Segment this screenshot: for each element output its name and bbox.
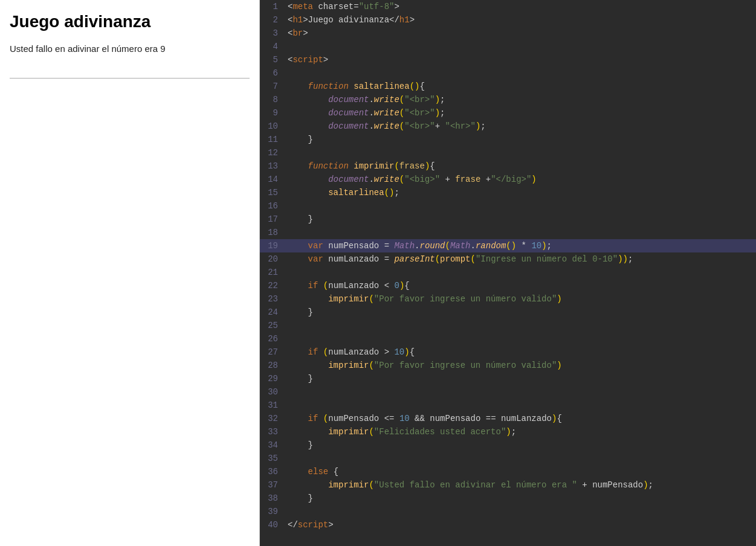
table-row: 18 bbox=[260, 226, 756, 239]
line-content: <meta charset="utf-8"> bbox=[285, 0, 756, 13]
line-number: 28 bbox=[260, 359, 285, 372]
table-row: 8 document.write("<br>"); bbox=[260, 93, 756, 106]
left-panel: Juego adivinanza Usted fallo en adivinar… bbox=[0, 0, 260, 546]
table-row: 14 document.write("<big>" + frase +"</bi… bbox=[260, 173, 756, 186]
line-number: 36 bbox=[260, 465, 285, 478]
line-content bbox=[285, 226, 756, 239]
line-content bbox=[285, 266, 756, 279]
line-number: 32 bbox=[260, 412, 285, 425]
line-number: 14 bbox=[260, 173, 285, 186]
table-row: 23 imprimir("Por favor ingrese un número… bbox=[260, 292, 756, 306]
table-row: 28 imprimir("Por favor ingrese un número… bbox=[260, 359, 756, 372]
line-number: 33 bbox=[260, 425, 285, 438]
table-row: 32 if (numPensado <= 10 && numPensado ==… bbox=[260, 412, 756, 425]
line-number: 20 bbox=[260, 252, 285, 266]
table-row: 38 } bbox=[260, 492, 756, 505]
result-text: Usted fallo en adivinar el número era 9 bbox=[10, 43, 250, 54]
code-editor[interactable]: 1 <meta charset="utf-8"> 2 <h1>Juego adi… bbox=[260, 0, 756, 546]
line-number: 17 bbox=[260, 213, 285, 226]
line-content: <h1>Juego adivinanza</h1> bbox=[285, 13, 756, 27]
line-number: 9 bbox=[260, 106, 285, 120]
table-row: 33 imprimir("Felicidades usted acerto"); bbox=[260, 425, 756, 438]
line-content bbox=[285, 399, 756, 412]
line-number: 2 bbox=[260, 13, 285, 27]
line-number: 6 bbox=[260, 66, 285, 80]
table-row: 26 bbox=[260, 332, 756, 345]
line-content bbox=[285, 40, 756, 53]
line-number: 35 bbox=[260, 452, 285, 465]
table-row: 37 imprimir("Usted fallo en adivinar el … bbox=[260, 478, 756, 492]
line-number: 34 bbox=[260, 438, 285, 452]
line-number: 18 bbox=[260, 226, 285, 239]
page-title: Juego adivinanza bbox=[10, 12, 250, 31]
line-number: 5 bbox=[260, 53, 285, 66]
divider bbox=[10, 78, 250, 79]
line-number: 3 bbox=[260, 27, 285, 40]
table-row: 6 bbox=[260, 66, 756, 80]
table-row: 34 } bbox=[260, 438, 756, 452]
line-content: function saltarlinea(){ bbox=[285, 80, 756, 93]
line-content: saltarlinea(); bbox=[285, 186, 756, 199]
line-content bbox=[285, 199, 756, 213]
table-row: 17 } bbox=[260, 213, 756, 226]
table-row: 13 function imprimir(frase){ bbox=[260, 159, 756, 173]
line-content: imprimir("Por favor ingrese un número va… bbox=[285, 292, 756, 306]
table-row: 40 </script> bbox=[260, 518, 756, 532]
line-number: 31 bbox=[260, 399, 285, 412]
line-content: </script> bbox=[285, 518, 756, 532]
line-number: 11 bbox=[260, 133, 285, 146]
table-row: 36 else { bbox=[260, 465, 756, 478]
table-row: 15 saltarlinea(); bbox=[260, 186, 756, 199]
line-content bbox=[285, 332, 756, 345]
table-row: 30 bbox=[260, 385, 756, 399]
line-content bbox=[285, 452, 756, 465]
line-content bbox=[285, 505, 756, 518]
line-number: 25 bbox=[260, 319, 285, 332]
line-content: imprimir("Por favor ingrese un número va… bbox=[285, 359, 756, 372]
table-row: 25 bbox=[260, 319, 756, 332]
code-table: 1 <meta charset="utf-8"> 2 <h1>Juego adi… bbox=[260, 0, 756, 532]
table-row: 4 bbox=[260, 40, 756, 53]
line-number: 24 bbox=[260, 306, 285, 319]
line-number: 16 bbox=[260, 199, 285, 213]
line-content: } bbox=[285, 306, 756, 319]
line-number: 26 bbox=[260, 332, 285, 345]
line-content: if (numPensado <= 10 && numPensado == nu… bbox=[285, 412, 756, 425]
line-number: 4 bbox=[260, 40, 285, 53]
line-content: <script> bbox=[285, 53, 756, 66]
table-row: 29 } bbox=[260, 372, 756, 385]
table-row: 20 var numLanzado = parseInt(prompt("Ing… bbox=[260, 252, 756, 266]
line-number: 30 bbox=[260, 385, 285, 399]
line-number: 21 bbox=[260, 266, 285, 279]
line-content: document.write("<br>"); bbox=[285, 93, 756, 106]
table-row: 19 var numPensado = Math.round(Math.rand… bbox=[260, 239, 756, 252]
line-content bbox=[285, 385, 756, 399]
line-number: 7 bbox=[260, 80, 285, 93]
line-content: <br> bbox=[285, 27, 756, 40]
line-content: function imprimir(frase){ bbox=[285, 159, 756, 173]
table-row: 24 } bbox=[260, 306, 756, 319]
line-content: } bbox=[285, 438, 756, 452]
table-row: 1 <meta charset="utf-8"> bbox=[260, 0, 756, 13]
table-row: 16 bbox=[260, 199, 756, 213]
table-row: 22 if (numLanzado < 0){ bbox=[260, 279, 756, 292]
line-number: 29 bbox=[260, 372, 285, 385]
line-content: var numLanzado = parseInt(prompt("Ingres… bbox=[285, 252, 756, 266]
line-number: 23 bbox=[260, 292, 285, 306]
table-row: 5 <script> bbox=[260, 53, 756, 66]
table-row: 11 } bbox=[260, 133, 756, 146]
line-number: 27 bbox=[260, 345, 285, 359]
line-number: 38 bbox=[260, 492, 285, 505]
line-content: } bbox=[285, 372, 756, 385]
table-row: 31 bbox=[260, 399, 756, 412]
line-number: 37 bbox=[260, 478, 285, 492]
line-number: 10 bbox=[260, 120, 285, 133]
line-number: 39 bbox=[260, 505, 285, 518]
table-row: 35 bbox=[260, 452, 756, 465]
line-content: imprimir("Usted fallo en adivinar el núm… bbox=[285, 478, 756, 492]
line-content bbox=[285, 66, 756, 80]
line-content: var numPensado = Math.round(Math.random(… bbox=[285, 239, 756, 252]
table-row: 39 bbox=[260, 505, 756, 518]
line-content: } bbox=[285, 492, 756, 505]
table-row: 10 document.write("<br>"+ "<hr>"); bbox=[260, 120, 756, 133]
